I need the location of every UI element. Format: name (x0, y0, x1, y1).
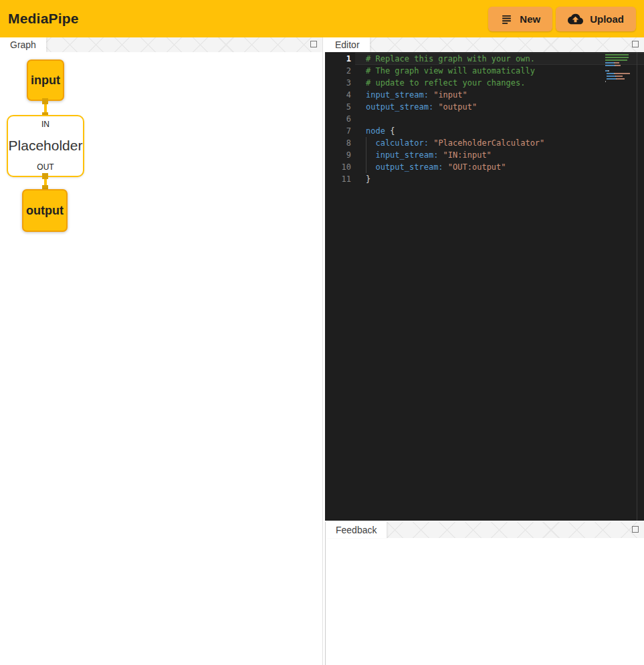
editor-tabstrip: Editor (325, 37, 644, 52)
code-line[interactable]: 1# Replace this graph with your own. (325, 53, 644, 65)
upload-button[interactable]: Upload (556, 7, 636, 31)
minimap-line (605, 59, 630, 61)
graph-tabstrip: Graph (0, 37, 322, 52)
line-text: output_stream: "output" (366, 101, 477, 113)
menu-lines-icon (500, 13, 513, 25)
port-square-input-out (42, 98, 48, 104)
minimap-line (607, 76, 630, 77)
placeholder-in-port-label: IN (41, 120, 49, 129)
line-text: calculator: "PlaceholderCalculator" (366, 137, 544, 149)
line-number[interactable]: 4 (325, 89, 351, 101)
graph-node-output[interactable]: output (22, 189, 68, 232)
feedback-content (326, 538, 644, 665)
line-text: node { (366, 125, 395, 137)
code-line[interactable]: 7node { (325, 125, 644, 137)
graph-maximize-icon[interactable] (310, 41, 317, 47)
line-number[interactable]: 1 (325, 53, 351, 65)
new-button-label: New (520, 13, 540, 25)
feedback-panel: Feedback (325, 522, 644, 665)
line-text: } (366, 173, 370, 185)
code-line[interactable]: 5output_stream: "output" (325, 101, 644, 113)
output-node-label: output (26, 204, 64, 218)
line-number[interactable]: 5 (325, 101, 351, 113)
code-line[interactable]: 6 (325, 113, 644, 125)
line-text: input_stream: "input" (366, 89, 467, 101)
feedback-maximize-icon[interactable] (632, 526, 639, 533)
line-text: # update to reflect your changes. (366, 77, 525, 89)
code-lines: 1# Replace this graph with your own.2# T… (325, 53, 644, 185)
line-number[interactable]: 9 (325, 149, 351, 161)
minimap-line (605, 65, 630, 66)
graph-canvas[interactable]: input IN Placeholder OUT output (0, 52, 322, 665)
minimap-line (605, 68, 630, 69)
line-number[interactable]: 6 (325, 113, 351, 125)
placeholder-node-label: Placeholder (9, 138, 83, 154)
line-number[interactable]: 10 (325, 161, 351, 173)
code-editor[interactable]: 1# Replace this graph with your own.2# T… (325, 52, 644, 521)
cloud-upload-icon (568, 11, 583, 27)
graph-node-input[interactable]: input (27, 59, 64, 101)
app-title: MediaPipe (8, 11, 79, 27)
code-line[interactable]: 10output_stream: "OUT:output" (325, 161, 644, 173)
line-text: input_stream: "IN:input" (366, 149, 492, 161)
editor-panel: Editor 1# Replace this graph with your o… (325, 37, 644, 521)
code-line[interactable]: 3# update to reflect your changes. (325, 77, 644, 89)
line-number[interactable]: 8 (325, 137, 351, 149)
minimap-line (605, 57, 630, 58)
input-node-label: input (31, 74, 60, 88)
tab-graph[interactable]: Graph (0, 37, 46, 52)
feedback-tabstrip: Feedback (326, 522, 644, 538)
code-line[interactable]: 11} (325, 173, 644, 185)
upload-button-label: Upload (590, 13, 624, 25)
editor-maximize-icon[interactable] (632, 41, 639, 47)
line-text: # Replace this graph with your own. (366, 53, 535, 65)
header-buttons: New Upload (488, 7, 636, 31)
graph-panel: Graph input IN Placeholder OUT output (0, 37, 323, 665)
minimap-line (605, 70, 630, 72)
code-line[interactable]: 4input_stream: "input" (325, 89, 644, 101)
placeholder-out-port-label: OUT (37, 162, 53, 172)
app-header: MediaPipe New Upload (0, 0, 644, 37)
port-square-placeholder-out (42, 173, 48, 179)
new-button[interactable]: New (488, 7, 552, 31)
minimap[interactable] (605, 54, 630, 84)
line-number[interactable]: 2 (325, 65, 351, 77)
tab-feedback[interactable]: Feedback (326, 522, 387, 538)
minimap-line (607, 73, 630, 74)
minimap-line (605, 81, 630, 82)
graph-node-placeholder[interactable]: IN Placeholder OUT (7, 115, 84, 177)
line-text: # The graph view will automatically (366, 65, 535, 77)
minimap-line (607, 78, 630, 80)
line-number[interactable]: 7 (325, 125, 351, 137)
line-number[interactable]: 3 (325, 77, 351, 89)
minimap-line (605, 62, 630, 63)
line-number[interactable]: 11 (325, 173, 351, 185)
tab-editor[interactable]: Editor (325, 37, 370, 52)
code-line[interactable]: 9input_stream: "IN:input" (325, 149, 644, 161)
line-text: output_stream: "OUT:output" (366, 161, 506, 173)
code-line[interactable]: 2# The graph view will automatically (325, 65, 644, 77)
editor-scrollbar-rule (637, 52, 637, 521)
minimap-line (605, 54, 630, 55)
code-line[interactable]: 8calculator: "PlaceholderCalculator" (325, 137, 644, 149)
